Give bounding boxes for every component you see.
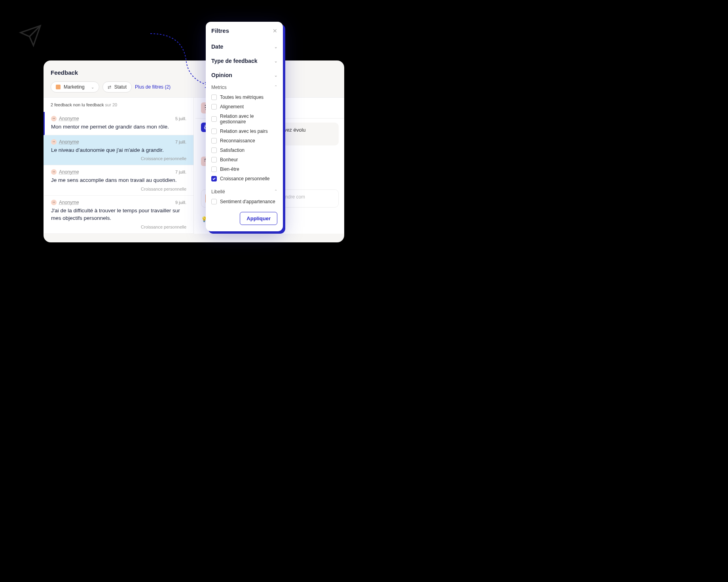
feedback-tag: Croissance personnelle	[51, 225, 186, 229]
checkbox[interactable]	[211, 104, 217, 110]
filter-checkbox-row[interactable]: Relation avec les pairs	[211, 127, 277, 136]
filter-checkbox-row[interactable]: Bien-être	[211, 164, 277, 174]
checkbox-label: Croissance personnelle	[220, 176, 269, 181]
libelle-section-header[interactable]: Libellé ⌃	[211, 187, 277, 197]
checkbox[interactable]	[211, 94, 217, 100]
feedback-date: 9 juill.	[175, 200, 186, 205]
feedback-date: 7 juill.	[175, 140, 186, 144]
avatar	[51, 200, 57, 205]
checkbox[interactable]	[211, 147, 217, 153]
checkbox-label: Satisfaction	[220, 147, 245, 153]
filter-section-toggle[interactable]: Type de feedback⌄	[211, 54, 277, 68]
connector-arrow	[146, 32, 214, 91]
svg-point-2	[53, 141, 54, 142]
checkbox-label: Toutes les métriques	[220, 94, 264, 100]
svg-point-7	[54, 202, 55, 202]
apply-filters-button[interactable]: Appliquer	[240, 212, 277, 225]
feedback-date: 7 juill.	[175, 170, 186, 174]
svg-point-0	[53, 118, 54, 119]
feedback-tag: Croissance personnelle	[51, 156, 186, 161]
svg-point-10	[205, 161, 205, 161]
filter-checkbox-row[interactable]: Sentiment d'appartenance	[211, 197, 277, 206]
feedback-author: Anonyme	[59, 116, 79, 121]
avatar	[51, 116, 57, 121]
status-icon: ⇄	[108, 85, 111, 90]
feedback-item[interactable]: Anonyme 7 juill. Je me sens accomplie da…	[44, 165, 193, 196]
avatar	[51, 139, 57, 145]
metrics-section-header[interactable]: Metrics ⌃	[211, 82, 277, 93]
feedback-text: Je me sens accomplie dans mon travail au…	[51, 176, 186, 184]
filter-checkbox-row[interactable]: Relation avec le gestionnaire	[211, 111, 277, 127]
feedback-author: Anonyme	[59, 169, 79, 175]
feedback-text: J'ai de la difficulté à trouver le temps…	[51, 207, 186, 222]
team-color-swatch	[56, 85, 61, 89]
filter-checkbox-row[interactable]: Reconnaissance	[211, 136, 277, 146]
checkbox-label: Bonheur	[220, 157, 238, 163]
close-icon[interactable]: ✕	[273, 28, 277, 34]
feedback-author: Anonyme	[59, 200, 79, 205]
chevron-up-icon: ⌃	[274, 85, 277, 90]
feedback-tag: Croissance personnelle	[51, 187, 186, 191]
feedback-author: Anonyme	[59, 139, 79, 145]
checkbox[interactable]	[211, 176, 217, 181]
checkbox-label: Reconnaissance	[220, 138, 255, 144]
checkbox-label: Bien-être	[220, 166, 239, 172]
feedback-text: Le niveau d'autonomie que j'ai m'aide à …	[51, 146, 186, 154]
svg-point-6	[53, 202, 54, 202]
chevron-down-icon: ⌄	[274, 59, 277, 63]
feedback-text: Mon mentor me permet de grandir dans mon…	[51, 123, 186, 131]
checkbox[interactable]	[211, 199, 217, 204]
team-filter-dropdown[interactable]: Marketing ⌄	[51, 81, 99, 93]
filter-checkbox-row[interactable]: Bonheur	[211, 155, 277, 164]
checkbox-label: Relation avec le gestionnaire	[220, 113, 277, 125]
filter-section-toggle[interactable]: Opinion⌄	[211, 68, 277, 82]
checkbox[interactable]	[211, 138, 217, 144]
svg-point-5	[54, 172, 55, 172]
avatar	[51, 169, 57, 175]
feedback-date: 5 juill.	[175, 116, 186, 121]
checkbox[interactable]	[211, 116, 217, 122]
svg-point-4	[53, 172, 54, 172]
chevron-down-icon: ⌄	[274, 45, 277, 49]
filters-title: Filtres	[211, 27, 229, 34]
checkbox-label: Alignement	[220, 104, 244, 110]
feedback-list: 2 feedback non lu feedback sur 20 Anonym…	[44, 98, 194, 234]
feedback-item[interactable]: Anonyme 7 juill. Le niveau d'autonomie q…	[44, 135, 193, 166]
status-filter-dropdown[interactable]: ⇄ Statut	[102, 81, 132, 93]
feedback-item[interactable]: Anonyme 5 juill. Mon mentor me permet de…	[44, 112, 193, 135]
filter-checkbox-row[interactable]: Croissance personnelle	[211, 174, 277, 183]
checkbox-label: Sentiment d'appartenance	[220, 199, 275, 204]
svg-point-1	[54, 118, 55, 119]
chevron-down-icon: ⌄	[274, 73, 277, 77]
paper-plane-icon	[19, 24, 42, 47]
filter-checkbox-row[interactable]: Toutes les métriques	[211, 93, 277, 102]
checkbox[interactable]	[211, 166, 217, 172]
feedback-item[interactable]: Anonyme 9 juill. J'ai de la difficulté à…	[44, 196, 193, 234]
checkbox-label: Relation avec les pairs	[220, 128, 268, 134]
chevron-up-icon: ⌃	[274, 189, 277, 195]
svg-point-3	[54, 141, 55, 142]
filter-checkbox-row[interactable]: Alignement	[211, 102, 277, 111]
result-count: 2 feedback non lu feedback sur 20	[44, 98, 193, 112]
checkbox[interactable]	[211, 157, 217, 163]
filter-checkbox-row[interactable]: Satisfaction	[211, 146, 277, 155]
checkbox[interactable]	[211, 128, 217, 134]
chevron-down-icon: ⌄	[91, 85, 94, 89]
filter-section-toggle[interactable]: Date⌄	[211, 40, 277, 54]
filters-panel: Filtres ✕ Date⌄Type de feedback⌄Opinion⌄…	[206, 22, 283, 231]
